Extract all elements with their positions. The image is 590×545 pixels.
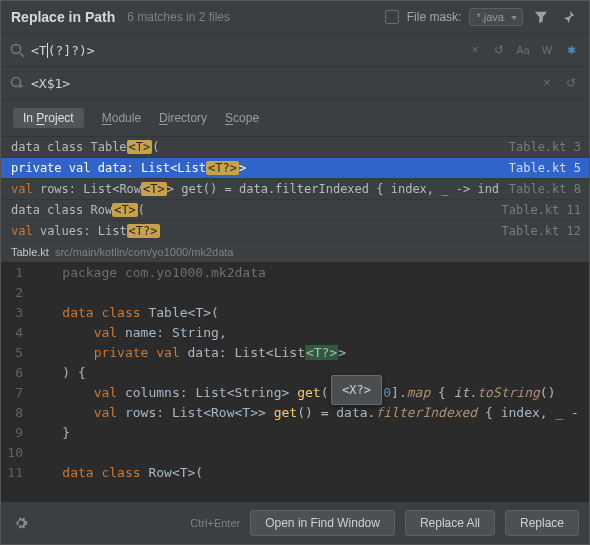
code-preview[interactable]: 1 package com.yo1000.mk2data23 data clas… [1, 263, 589, 501]
replace-arrow-icon [9, 75, 25, 91]
replace-all-button[interactable]: Replace All [405, 510, 495, 536]
filemask-checkbox[interactable] [385, 10, 399, 24]
match-case-toggle[interactable]: Aa [513, 40, 533, 60]
crumb-file: Table.kt [11, 246, 49, 258]
code-line: 5 private val data: List<List<T?>> [1, 343, 589, 363]
tab-scope[interactable]: Scope [225, 111, 259, 125]
replace-button[interactable]: Replace [505, 510, 579, 536]
code-line: 9 } [1, 423, 589, 443]
words-toggle[interactable]: W [537, 40, 557, 60]
dialog-header: Replace in Path 6 matches in 2 files Fil… [1, 1, 589, 34]
match-summary: 6 matches in 2 files [127, 10, 230, 24]
result-row[interactable]: data class Table<T>(Table.kt 3 [1, 137, 589, 158]
gear-icon[interactable] [11, 513, 31, 533]
filemask-select[interactable]: *.java [469, 8, 523, 26]
svg-line-1 [20, 53, 24, 57]
footer: Ctrl+Enter Open in Find Window Replace A… [1, 501, 589, 544]
crumb-path: src/main/kotlin/com/yo1000/mk2data [55, 246, 234, 258]
scope-tabs: In Project Module Directory Scope [1, 100, 589, 137]
filter-icon[interactable] [531, 7, 551, 27]
replace-row: <X$1> × ↺ [1, 67, 589, 100]
result-row[interactable]: private val data: List<List<T?>>Table.kt… [1, 158, 589, 179]
replace-preview-tooltip: <X?> [331, 375, 382, 405]
filemask-label: File mask: [407, 10, 462, 24]
svg-point-0 [12, 45, 21, 54]
preview-breadcrumb: Table.kt src/main/kotlin/com/yo1000/mk2d… [1, 242, 589, 263]
regex-toggle[interactable]: ✱ [561, 40, 581, 60]
code-line: 6 ) { [1, 363, 589, 383]
result-row[interactable]: val rows: List<Row<T>> get() = data.filt… [1, 179, 589, 200]
shortcut-hint: Ctrl+Enter [190, 517, 240, 529]
clear-find-icon[interactable]: × [465, 40, 485, 60]
code-line: 2 [1, 283, 589, 303]
tab-in-project[interactable]: In Project [13, 108, 84, 128]
open-in-find-window-button[interactable]: Open in Find Window [250, 510, 395, 536]
code-line: 7 val columns: List<String> get() ta[0].… [1, 383, 589, 403]
code-line: 10 [1, 443, 589, 463]
replace-history-icon[interactable]: ↺ [561, 73, 581, 93]
result-row[interactable]: val values: List<T?>Table.kt 12 [1, 221, 589, 242]
find-input[interactable]: <T(?]?)> [31, 43, 459, 58]
svg-point-2 [12, 78, 21, 87]
code-line: 11 data class Row<T>( [1, 463, 589, 483]
tab-directory[interactable]: Directory [159, 111, 207, 125]
history-icon[interactable]: ↺ [489, 40, 509, 60]
code-line: 3 data class Table<T>( [1, 303, 589, 323]
pin-icon[interactable] [559, 7, 579, 27]
results-list: data class Table<T>(Table.kt 3private va… [1, 137, 589, 242]
code-line: 1 package com.yo1000.mk2data [1, 263, 589, 283]
search-icon [9, 42, 25, 58]
code-line: 8 val rows: List<Row<T>> get() = data.fi… [1, 403, 589, 423]
dialog-title: Replace in Path [11, 9, 115, 25]
tab-module[interactable]: Module [102, 111, 141, 125]
code-line: 4 val name: String, [1, 323, 589, 343]
clear-replace-icon[interactable]: × [537, 73, 557, 93]
replace-in-path-dialog: Replace in Path 6 matches in 2 files Fil… [0, 0, 590, 545]
replace-input[interactable]: <X$1> [31, 76, 531, 91]
result-row[interactable]: data class Row<T>(Table.kt 11 [1, 200, 589, 221]
find-row: <T(?]?)> × ↺ Aa W ✱ [1, 34, 589, 67]
